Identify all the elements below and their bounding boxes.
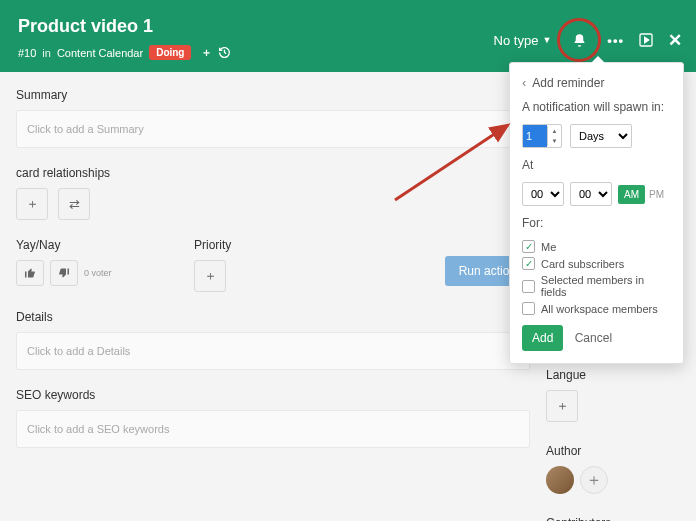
summary-input[interactable]: Click to add a Summary <box>16 110 530 148</box>
spawn-text: A notification will spawn in: <box>522 100 671 114</box>
swap-relationship-button[interactable]: ⇄ <box>58 188 90 220</box>
close-icon[interactable]: ✕ <box>668 30 682 51</box>
details-label: Details <box>16 310 530 324</box>
opt-subs: Card subscribers <box>541 258 624 270</box>
board-name[interactable]: Content Calendar <box>57 47 143 59</box>
checkbox-selected[interactable] <box>522 280 535 293</box>
popover-title: Add reminder <box>532 76 604 90</box>
cancel-button[interactable]: Cancel <box>567 325 620 351</box>
author-avatar[interactable] <box>546 466 574 494</box>
add-priority-button[interactable]: ＋ <box>194 260 226 292</box>
checkbox-all[interactable] <box>522 302 535 315</box>
opt-sel: Selected members in fields <box>541 274 671 298</box>
summary-label: Summary <box>16 88 530 102</box>
seo-input[interactable]: Click to add a SEO keywords <box>16 410 530 448</box>
reminder-number-input[interactable]: ▲▼ <box>522 124 562 148</box>
reminder-popover: ‹ Add reminder A notification will spawn… <box>509 62 684 364</box>
back-chevron-icon[interactable]: ‹ <box>522 75 526 90</box>
status-badge[interactable]: Doing <box>149 45 191 60</box>
minute-select[interactable]: 00 <box>570 182 612 206</box>
hour-select[interactable]: 00 <box>522 182 564 206</box>
seo-label: SEO keywords <box>16 388 530 402</box>
svg-marker-1 <box>645 37 649 42</box>
contributors-label: Contributors <box>546 516 696 521</box>
spin-up-icon[interactable]: ▲ <box>548 126 561 136</box>
in-label: in <box>42 47 51 59</box>
main-column: Summary Click to add a Summary card rela… <box>0 72 546 521</box>
add-relationship-button[interactable]: ＋ <box>16 188 48 220</box>
type-label: No type <box>494 33 539 48</box>
opt-me: Me <box>541 241 556 253</box>
number-field[interactable] <box>523 125 547 147</box>
priority-label: Priority <box>194 238 352 252</box>
history-icon[interactable] <box>218 46 231 59</box>
author-label: Author <box>546 444 696 458</box>
pm-button[interactable]: PM <box>645 185 668 204</box>
card-number: #10 <box>18 47 36 59</box>
relationships-label: card relationships <box>16 166 530 180</box>
header-actions: No type ▼ ••• ✕ <box>494 26 682 54</box>
caret-down-icon: ▼ <box>542 35 551 45</box>
thumbs-up-button[interactable] <box>16 260 44 286</box>
opt-all: All workspace members <box>541 303 658 315</box>
spin-down-icon[interactable]: ▼ <box>548 136 561 146</box>
checkbox-subs[interactable]: ✓ <box>522 257 535 270</box>
play-square-icon[interactable] <box>638 32 654 48</box>
checkbox-me[interactable]: ✓ <box>522 240 535 253</box>
unit-select[interactable]: Days <box>570 124 632 148</box>
reminder-bell-button[interactable] <box>565 26 593 54</box>
add-author-button[interactable]: ＋ <box>580 466 608 494</box>
thumbs-down-button[interactable] <box>50 260 78 286</box>
yaynay-label: Yay/Nay <box>16 238 174 252</box>
for-label: For: <box>522 216 671 230</box>
more-icon[interactable]: ••• <box>607 33 624 48</box>
langue-label: Langue <box>546 368 696 382</box>
voter-count: 0 voter <box>84 268 112 278</box>
type-dropdown[interactable]: No type ▼ <box>494 33 552 48</box>
add-button[interactable]: Add <box>522 325 563 351</box>
details-input[interactable]: Click to add a Details <box>16 332 530 370</box>
plus-icon[interactable]: ＋ <box>201 45 212 60</box>
add-langue-button[interactable]: ＋ <box>546 390 578 422</box>
am-button[interactable]: AM <box>618 185 645 204</box>
at-label: At <box>522 158 671 172</box>
